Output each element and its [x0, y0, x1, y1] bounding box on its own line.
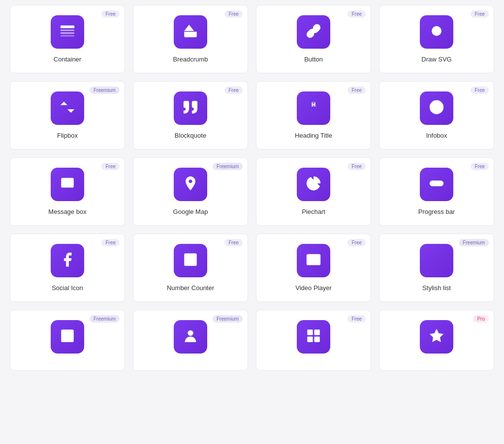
social-icon-icon — [59, 251, 76, 270]
card-label-message-box: Message box — [48, 208, 86, 215]
svg-marker-35 — [430, 329, 443, 342]
card-video-player[interactable]: Free Video Player — [256, 234, 371, 302]
svg-rect-14 — [431, 182, 438, 185]
badge-draw-svg: Free — [471, 10, 489, 18]
card-number-counter[interactable]: Free # Number Counter — [133, 234, 248, 302]
svg-text:H: H — [312, 102, 315, 108]
card-social-icon[interactable]: Free Social Icon — [10, 234, 125, 302]
svg-rect-26 — [61, 329, 74, 342]
icon-wrap-video-player — [297, 244, 330, 277]
icon-wrap-card-r5c2 — [174, 320, 207, 354]
infobox-icon — [428, 99, 445, 118]
icon-wrap-container — [51, 15, 84, 49]
card-card-r5c2[interactable]: Freemium — [133, 310, 248, 371]
card-card-r5c1[interactable]: Freemium — [10, 310, 125, 371]
button-icon — [305, 23, 322, 41]
badge-progress-bar: Free — [471, 163, 489, 170]
card-container[interactable]: Free Container — [10, 5, 125, 73]
svg-rect-34 — [314, 336, 319, 342]
svg-point-11 — [66, 181, 68, 183]
generic2-icon — [182, 327, 199, 346]
icon-wrap-button — [297, 15, 330, 49]
icon-wrap-piechart — [297, 168, 330, 201]
card-label-draw-svg: Draw SVG — [421, 56, 451, 63]
card-flipbox[interactable]: Freemium Flipbox — [10, 81, 125, 149]
badge-breadcrumb: Free — [224, 10, 243, 18]
card-breadcrumb[interactable]: Free Breadcrumb — [133, 5, 248, 73]
card-label-google-map: Google Map — [173, 208, 208, 215]
card-label-blockquote: Blockquote — [175, 132, 206, 139]
card-label-piechart: Piechart — [302, 208, 325, 215]
badge-flipbox: Freemium — [90, 87, 120, 94]
card-label-container: Container — [54, 56, 81, 63]
badge-message-box: Free — [101, 163, 120, 170]
badge-heading-title: Free — [347, 87, 366, 94]
flipbox-icon — [59, 99, 76, 118]
generic-icon — [59, 327, 76, 346]
svg-rect-32 — [314, 329, 319, 335]
message-box-icon — [59, 175, 76, 194]
piechart-icon — [305, 175, 322, 194]
badge-card-r5c2: Freemium — [213, 315, 243, 323]
svg-rect-2 — [61, 32, 74, 34]
container-icon — [59, 23, 76, 41]
card-piechart[interactable]: Free Piechart — [256, 157, 371, 226]
svg-rect-31 — [307, 329, 313, 335]
icon-wrap-draw-svg — [420, 15, 453, 49]
badge-blockquote: Free — [224, 87, 243, 94]
badge-piechart: Free — [347, 163, 366, 170]
card-label-video-player: Video Player — [295, 284, 331, 292]
card-stylish-list[interactable]: Freemium Stylish list — [379, 234, 494, 302]
number-counter-icon: # — [182, 251, 199, 270]
icon-wrap-google-map — [174, 168, 207, 201]
card-label-heading-title: Heading Title — [295, 132, 332, 139]
icon-wrap-infobox — [420, 91, 453, 125]
card-label-social-icon: Social Icon — [52, 284, 83, 292]
svg-text:#: # — [189, 256, 192, 264]
card-label-progress-bar: Progress bar — [418, 208, 455, 215]
card-label-number-counter: Number Counter — [167, 284, 214, 292]
badge-card-r5c3: Free — [347, 315, 366, 323]
card-card-r5c4[interactable]: Pro — [379, 310, 494, 371]
google-map-icon — [182, 175, 199, 194]
icon-wrap-breadcrumb — [174, 15, 207, 49]
icon-wrap-card-r5c3 — [297, 320, 330, 354]
card-heading-title[interactable]: Free H Heading Title — [256, 81, 371, 149]
svg-rect-3 — [61, 35, 74, 37]
badge-number-counter: Free — [224, 239, 243, 246]
icon-wrap-message-box — [51, 168, 84, 201]
card-label-button: Button — [304, 56, 323, 63]
svg-rect-0 — [61, 26, 74, 29]
card-button[interactable]: Free Button — [256, 5, 371, 73]
icon-wrap-number-counter: # — [174, 244, 207, 277]
card-label-infobox: Infobox — [426, 132, 447, 139]
badge-google-map: Freemium — [213, 163, 243, 170]
icon-wrap-flipbox — [51, 91, 84, 125]
badge-video-player: Free — [347, 239, 366, 246]
badge-social-icon: Free — [101, 239, 120, 246]
svg-point-30 — [188, 330, 193, 336]
icon-wrap-stylish-list — [420, 244, 453, 277]
video-player-icon — [305, 251, 322, 270]
breadcrumb-icon — [182, 23, 199, 41]
generic3-icon — [305, 327, 322, 346]
svg-rect-1 — [61, 30, 74, 31]
card-google-map[interactable]: Freemium Google Map — [133, 157, 248, 226]
card-infobox[interactable]: Free Infobox — [379, 81, 494, 149]
card-progress-bar[interactable]: Free Progress bar — [379, 157, 494, 226]
icon-wrap-blockquote — [174, 91, 207, 125]
card-label-stylish-list: Stylish list — [422, 284, 451, 292]
card-label-flipbox: Flipbox — [57, 132, 78, 139]
card-blockquote[interactable]: Free Blockquote — [133, 81, 248, 149]
badge-stylish-list: Freemium — [459, 239, 489, 246]
icon-wrap-card-r5c1 — [51, 320, 84, 354]
card-draw-svg[interactable]: Free Draw SVG — [379, 5, 494, 73]
card-message-box[interactable]: Free Message box — [10, 157, 125, 226]
draw-svg-icon — [428, 23, 445, 41]
icon-wrap-card-r5c4 — [420, 320, 453, 354]
svg-rect-33 — [307, 336, 313, 342]
card-card-r5c3[interactable]: Free — [256, 310, 371, 371]
badge-container: Free — [101, 10, 120, 18]
stylish-list-icon — [428, 251, 445, 270]
badge-card-r5c4: Pro — [473, 315, 489, 323]
